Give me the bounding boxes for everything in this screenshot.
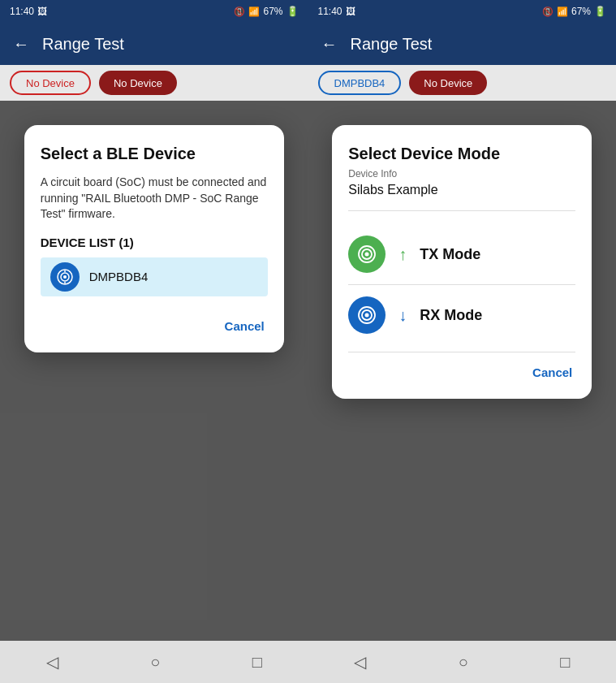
signal-icon-1: 📶	[248, 6, 260, 17]
main-content-1: Select a BLE Device A circuit board (SoC…	[0, 101, 308, 641]
svg-point-10	[365, 313, 369, 318]
status-time-1: 11:40 🖼	[10, 6, 47, 17]
ble-icon	[50, 262, 80, 292]
svg-point-2	[63, 275, 67, 279]
wifi-slash-icon-1: 📵	[234, 6, 245, 17]
rx-arrow-icon: ↓	[398, 306, 407, 325]
dialog-overlay-2: Select Device Mode Device Info Silabs Ex…	[308, 101, 617, 641]
dialog-title-1: Select a BLE Device	[41, 145, 268, 163]
device-chip-1b[interactable]: No Device	[99, 71, 177, 95]
device-item-name: DMPBDB4	[89, 270, 149, 283]
wifi-slash-icon-2: 📵	[542, 6, 554, 17]
mode-dialog-title: Select Device Mode	[348, 145, 575, 163]
device-row-1: No Device No Device	[0, 65, 308, 101]
photo-icon-1: 🖼	[37, 6, 47, 17]
device-row-2: DMPBDB4 No Device	[308, 65, 617, 101]
battery-icon-1: 🔋	[286, 6, 299, 17]
main-content-2: Select Device Mode Device Info Silabs Ex…	[308, 101, 617, 641]
cancel-button-1[interactable]: Cancel	[222, 313, 268, 339]
tx-mode-icon	[348, 236, 386, 273]
device-info-label: Device Info	[348, 168, 575, 179]
back-button-1[interactable]: ←	[13, 35, 29, 54]
device-list-item-1[interactable]: DMPBDB4	[41, 257, 268, 296]
signal-icon-2: 📶	[557, 6, 568, 17]
home-nav-button-1[interactable]: ○	[144, 646, 166, 678]
battery-display-2: 67%	[571, 6, 591, 17]
device-list-header: DEVICE LIST (1)	[41, 236, 268, 249]
battery-icon-2: 🔋	[594, 6, 606, 17]
ble-device-dialog: Select a BLE Device A circuit board (SoC…	[24, 125, 284, 352]
page-title-2: Range Test	[351, 35, 433, 54]
status-time-2: 11:40 🖼	[318, 6, 355, 17]
device-chip-2b[interactable]: No Device	[409, 71, 487, 95]
back-nav-button-1[interactable]: ◁	[40, 646, 65, 678]
status-icons-1: 📵 📶 67% 🔋	[234, 6, 298, 17]
photo-icon-2: 🖼	[346, 6, 355, 17]
home-nav-button-2[interactable]: ○	[452, 646, 475, 678]
dialog-body-1: A circuit board (SoC) must be connected …	[41, 175, 268, 223]
device-info-value: Silabs Example	[348, 183, 575, 211]
back-nav-button-2[interactable]: ◁	[347, 646, 373, 678]
recent-nav-button-1[interactable]: □	[246, 646, 269, 678]
rx-mode-label: RX Mode	[420, 307, 482, 324]
status-bar-2: 11:40 🖼 📵 📶 67% 🔋	[308, 0, 617, 23]
device-chip-2b-label: No Device	[424, 77, 472, 89]
device-chip-2a[interactable]: DMPBDB4	[318, 71, 402, 95]
app-bar-1: ← Range Test	[0, 23, 308, 65]
rx-mode-icon	[348, 296, 386, 334]
recent-nav-button-2[interactable]: □	[554, 646, 576, 678]
device-chip-1a-label: No Device	[26, 77, 75, 89]
device-chip-1a[interactable]: No Device	[10, 71, 91, 95]
tx-mode-label: TX Mode	[420, 246, 480, 263]
device-chip-2a-label: DMPBDB4	[334, 77, 386, 89]
status-icons-2: 📵 📶 67% 🔋	[542, 6, 606, 17]
dialog-cancel-2: Cancel	[348, 356, 575, 386]
phone-2: 11:40 🖼 📵 📶 67% 🔋 ← Range Test DMPBDB4 N…	[308, 0, 617, 683]
time-display-2: 11:40	[318, 6, 342, 17]
bottom-nav-1: ◁ ○ □	[0, 641, 308, 683]
svg-point-7	[365, 253, 369, 257]
dialog-cancel-1: Cancel	[41, 309, 268, 339]
phone-1: 11:40 🖼 📵 📶 67% 🔋 ← Range Test No Device…	[0, 0, 308, 683]
cancel-button-2[interactable]: Cancel	[529, 359, 575, 386]
back-button-2[interactable]: ←	[321, 35, 338, 54]
status-bar-1: 11:40 🖼 📵 📶 67% 🔋	[0, 0, 308, 23]
tx-arrow-icon: ↑	[398, 245, 407, 264]
device-chip-1b-label: No Device	[114, 77, 162, 89]
rx-mode-item[interactable]: ↓ RX Mode	[348, 285, 575, 345]
dialog-overlay-1: Select a BLE Device A circuit board (SoC…	[0, 101, 308, 641]
bottom-nav-2: ◁ ○ □	[308, 641, 617, 683]
app-bar-2: ← Range Test	[308, 23, 617, 65]
time-display-1: 11:40	[10, 6, 34, 17]
select-mode-dialog: Select Device Mode Device Info Silabs Ex…	[332, 125, 592, 399]
battery-display-1: 67%	[263, 6, 282, 17]
tx-mode-item[interactable]: ↑ TX Mode	[348, 224, 575, 285]
page-title-1: Range Test	[42, 35, 124, 54]
